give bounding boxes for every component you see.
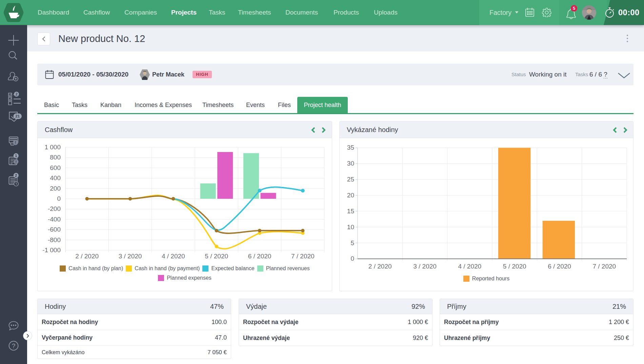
svg-text:35: 35 — [347, 144, 354, 151]
svg-text:!: ! — [15, 141, 16, 145]
svg-text:25: 25 — [347, 176, 354, 183]
svg-text:-400: -400 — [48, 216, 61, 223]
svg-text:-800: -800 — [48, 236, 61, 243]
svg-text:15: 15 — [347, 208, 354, 215]
svg-text:10: 10 — [347, 223, 354, 231]
svg-text:200: 200 — [50, 185, 61, 192]
svg-text:400: 400 — [50, 174, 61, 181]
svg-text:5: 5 — [350, 239, 354, 247]
svg-text:!: ! — [15, 160, 17, 164]
svg-text:6 / 2020: 6 / 2020 — [548, 263, 571, 270]
svg-text:6 / 2020: 6 / 2020 — [248, 253, 271, 260]
svg-text:4 / 2020: 4 / 2020 — [458, 263, 481, 270]
svg-text:5 / 2020: 5 / 2020 — [503, 263, 526, 270]
svg-text:0: 0 — [57, 195, 61, 202]
svg-text:21: 21 — [15, 114, 20, 118]
svg-text:2 / 2020: 2 / 2020 — [368, 263, 392, 270]
svg-text:-200: -200 — [48, 205, 61, 212]
svg-text:?: ? — [12, 342, 16, 349]
svg-text:20: 20 — [347, 192, 354, 199]
svg-text:2: 2 — [15, 92, 17, 96]
svg-text:2 / 2020: 2 / 2020 — [75, 253, 99, 260]
svg-text:7 / 2020: 7 / 2020 — [291, 253, 315, 260]
svg-text:5 / 2020: 5 / 2020 — [205, 253, 228, 260]
svg-text:0: 0 — [350, 255, 354, 262]
svg-text:1 000: 1 000 — [44, 144, 61, 151]
svg-text:1: 1 — [15, 154, 17, 158]
svg-text:2: 2 — [15, 173, 17, 177]
svg-text:30: 30 — [347, 160, 354, 167]
svg-text:-1 000: -1 000 — [42, 247, 61, 254]
svg-text:7 / 2020: 7 / 2020 — [592, 263, 616, 270]
svg-text:3 / 2020: 3 / 2020 — [413, 263, 437, 270]
svg-text:800: 800 — [50, 154, 61, 161]
svg-text:-600: -600 — [48, 226, 61, 233]
svg-text:4 / 2020: 4 / 2020 — [162, 253, 185, 260]
svg-text:3 / 2020: 3 / 2020 — [119, 253, 142, 260]
svg-text:600: 600 — [50, 164, 61, 171]
